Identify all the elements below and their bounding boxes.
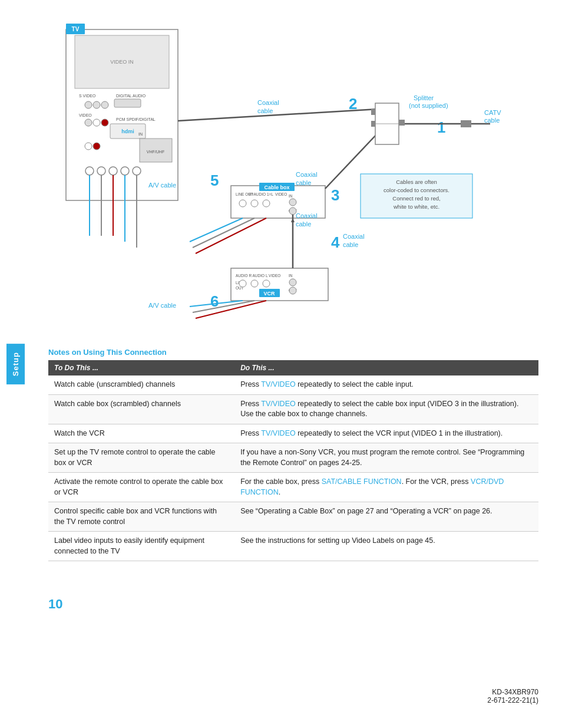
svg-point-42 [251,200,258,207]
svg-point-64 [289,279,296,286]
svg-text:white to white, etc.: white to white, etc. [393,203,439,210]
table-cell-col2: Press TV/VIDEO repeatedly to select the … [234,424,538,443]
svg-text:VHF/UHF: VHF/UHF [147,150,164,154]
svg-point-13 [93,119,100,126]
sidebar: Setup [0,0,31,728]
svg-text:Coaxial: Coaxial [343,233,365,240]
svg-text:VIDEO IN: VIDEO IN [110,59,134,65]
svg-text:A/V cable: A/V cable [148,302,176,309]
svg-rect-10 [114,99,141,107]
footer: 10 [48,597,538,612]
table-cell-col1: Activate the remote control to operate t… [48,473,234,502]
svg-text:(not supplied): (not supplied) [409,102,448,109]
svg-text:cable: cable [296,220,311,228]
svg-text:4: 4 [331,233,340,251]
svg-line-50 [193,218,254,248]
svg-text:VIDEO: VIDEO [275,192,287,196]
main-content: TV VIDEO IN S VIDEO DIGITAL AUDIO VIDEO … [31,0,562,635]
svg-text:IN: IN [289,194,293,198]
svg-text:3: 3 [331,186,339,204]
svg-text:cable: cable [484,117,500,124]
table-cell-col2: If you have a non-Sony VCR, you must pro… [234,443,538,473]
table-cell-col1: Watch cable (unscrambled) channels [48,375,234,394]
table-row: Activate the remote control to operate t… [48,473,538,502]
svg-point-6 [85,101,92,108]
svg-text:cable: cable [257,107,273,114]
table-cell-col1: Watch the VCR [48,424,234,443]
svg-text:A/V cable: A/V cable [148,182,176,189]
svg-text:Connect red to red,: Connect red to red, [392,195,440,202]
svg-line-77 [178,109,378,121]
svg-point-45 [289,199,296,206]
svg-text:cable: cable [343,241,358,248]
connection-diagram: TV VIDEO IN S VIDEO DIGITAL AUDIO VIDEO … [48,18,555,330]
table-cell-col2: For the cable box, press SAT/CABLE FUNCT… [234,473,538,502]
svg-text:TV: TV [72,26,80,32]
table-row: Watch cable (unscrambled) channelsPress … [48,375,538,394]
svg-text:1: 1 [437,118,445,136]
svg-rect-84 [371,109,375,115]
svg-point-41 [239,200,246,207]
notes-title: Notes on Using This Connection [48,348,538,357]
col2-header: Do This ... [234,360,538,375]
svg-point-19 [85,143,92,150]
svg-rect-86 [399,120,405,126]
svg-text:VCR: VCR [263,291,275,297]
table-cell-col1: Label video inputs to easily identify eq… [48,532,234,561]
info-table: To Do This ... Do This ... Watch cable (… [48,360,538,561]
svg-text:S VIDEO: S VIDEO [79,94,96,98]
svg-text:Coaxial: Coaxial [296,212,318,219]
svg-text:cable: cable [296,179,311,186]
svg-point-8 [101,101,108,108]
svg-rect-85 [371,121,375,127]
svg-point-62 [263,280,270,287]
svg-point-14 [101,119,108,126]
table-row: Watch the VCRPress TV/VIDEO repeatedly t… [48,424,538,443]
svg-text:IN: IN [138,132,143,136]
doc-ref-line2: 2-671-222-21(1) [487,696,538,704]
svg-text:Cables are often: Cables are often [396,179,437,185]
svg-text:Cable box: Cable box [264,185,289,190]
svg-text:hdmi: hdmi [121,129,134,134]
table-cell-col1: Set up the TV remote control to operate … [48,443,234,473]
col1-header: To Do This ... [48,360,234,375]
svg-text:5: 5 [210,172,219,189]
table-cell-col2: See the instructions for setting up Vide… [234,532,538,561]
table-row: Label video inputs to easily identify eq… [48,532,538,561]
svg-text:Coaxial: Coaxial [257,99,279,106]
table-row: Watch cable box (scrambled) channelsPres… [48,394,538,424]
table-cell-col1: Watch cable box (scrambled) channels [48,394,234,424]
svg-text:Splitter: Splitter [414,94,434,101]
svg-text:PCM SPDIF/DIGITAL: PCM SPDIF/DIGITAL [116,117,156,121]
svg-text:IN: IN [289,274,293,278]
svg-text:VIDEO: VIDEO [79,113,92,117]
svg-point-12 [85,119,92,126]
doc-ref-line1: KD-34XBR970 [487,688,538,696]
page-number: 10 [48,597,538,612]
table-cell-col1: Control specific cable box and VCR funct… [48,502,234,532]
svg-text:CATV: CATV [484,109,501,116]
svg-line-49 [190,218,243,242]
svg-point-61 [251,280,258,287]
table-cell-col2: Press TV/VIDEO repeatedly to select the … [234,375,538,394]
table-cell-col2: See “Operating a Cable Box” on page 27 a… [234,502,538,532]
svg-point-7 [93,101,100,108]
sidebar-label: Setup [6,344,25,384]
svg-point-60 [239,280,246,287]
diagram-area: TV VIDEO IN S VIDEO DIGITAL AUDIO VIDEO … [48,18,538,330]
svg-text:R=AUDIO 1=L: R=AUDIO 1=L [249,192,273,196]
table-cell-col2: Press TV/VIDEO repeatedly to select the … [234,394,538,424]
doc-reference: KD-34XBR970 2-671-222-21(1) [487,688,538,704]
svg-text:2: 2 [349,95,357,113]
svg-text:Coaxial: Coaxial [296,171,318,178]
svg-point-66 [289,287,296,294]
svg-point-43 [263,200,270,207]
svg-text:DIGITAL AUDIO: DIGITAL AUDIO [116,94,146,98]
table-row: Control specific cable box and VCR funct… [48,502,538,532]
svg-point-20 [93,143,100,150]
svg-text:color-coded to connectors.: color-coded to connectors. [384,187,449,193]
svg-rect-91 [461,120,471,127]
svg-text:AUDIO R  AUDIO L  VIDEO: AUDIO R AUDIO L VIDEO [236,274,280,278]
table-row: Set up the TV remote control to operate … [48,443,538,473]
svg-marker-73 [291,218,295,222]
